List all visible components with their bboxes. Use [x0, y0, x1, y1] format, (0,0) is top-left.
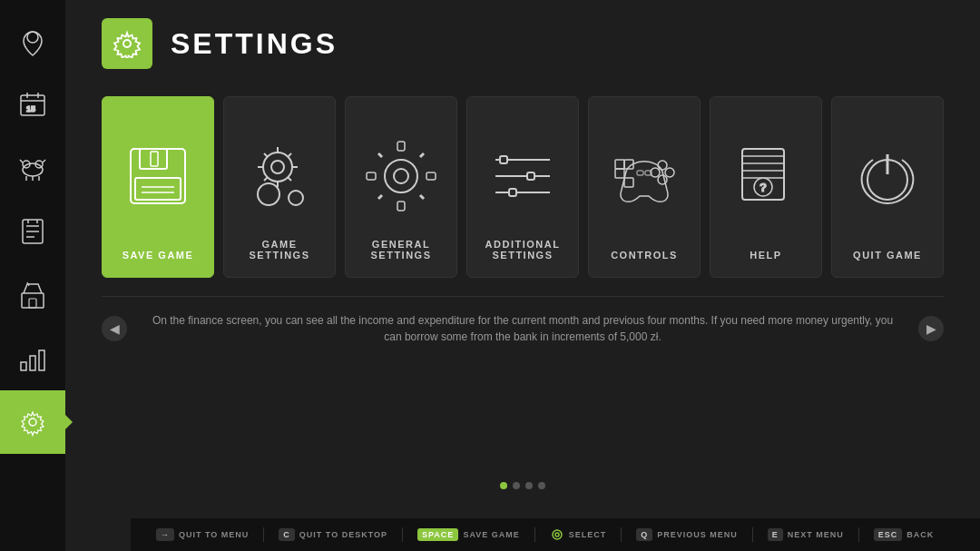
info-dots — [500, 482, 545, 489]
quit-game-label: QUIT GAME — [832, 250, 943, 261]
svg-point-6 — [23, 163, 43, 176]
select-label: SELECT — [569, 530, 607, 539]
svg-rect-23 — [30, 356, 35, 370]
svg-line-13 — [43, 160, 45, 162]
space-badge: SPACE — [417, 528, 458, 541]
svg-point-26 — [123, 40, 131, 47]
q-badge: Q — [636, 528, 652, 541]
sliders-icon — [486, 140, 559, 212]
sep-3 — [534, 527, 535, 542]
next-info-arrow[interactable]: ▶ — [918, 316, 944, 341]
next-menu-label: NEXT MENU — [788, 530, 844, 539]
sidebar-item-settings[interactable] — [0, 390, 65, 454]
svg-rect-29 — [135, 178, 181, 200]
cow-icon — [16, 152, 49, 184]
floppy-icon — [122, 140, 194, 212]
additional-settings-card[interactable]: ADDITIONALSETTINGS — [466, 96, 579, 278]
tasks-icon — [16, 215, 49, 248]
save-game-card[interactable]: SAVE GAME — [102, 96, 214, 278]
svg-rect-70 — [624, 178, 633, 187]
dot-4 — [538, 482, 545, 489]
svg-line-43 — [264, 177, 268, 181]
svg-rect-62 — [527, 172, 534, 180]
svg-line-44 — [288, 177, 291, 181]
save-game-label: SAVE GAME — [103, 250, 213, 261]
svg-point-25 — [29, 418, 36, 426]
next-menu-key: E NEXT MENU — [760, 528, 851, 541]
help-card[interactable]: ? HELP — [710, 96, 822, 278]
sidebar-item-shop[interactable] — [0, 263, 65, 327]
svg-line-51 — [378, 153, 382, 157]
svg-point-72 — [658, 161, 667, 170]
e-badge: E — [768, 528, 783, 541]
svg-text:?: ? — [760, 181, 767, 194]
map-icon — [16, 25, 49, 57]
sep-1 — [263, 527, 264, 542]
svg-point-88 — [555, 533, 559, 536]
game-settings-label: GAME SETTINGS — [224, 239, 335, 261]
svg-point-74 — [665, 168, 674, 177]
esc-badge: ESC — [874, 528, 903, 541]
sep-6 — [858, 527, 859, 542]
svg-point-45 — [385, 160, 417, 192]
sidebar-item-tasks[interactable] — [0, 200, 65, 263]
svg-rect-58 — [426, 172, 436, 180]
help-book-icon: ? — [730, 140, 802, 212]
sidebar-item-map[interactable] — [0, 9, 65, 73]
sep-2 — [402, 527, 403, 542]
c-badge: C — [279, 528, 295, 541]
sidebar-item-animals[interactable] — [0, 136, 65, 200]
back-key: ESC BACK — [867, 528, 942, 541]
svg-line-12 — [20, 160, 23, 162]
gamepad-small-icon — [550, 527, 564, 542]
calendar-icon: 15 — [16, 88, 49, 121]
game-settings-card[interactable]: GAME SETTINGS — [223, 96, 336, 278]
prev-menu-label: PREVIOUS MENU — [657, 530, 738, 539]
quit-desktop-label: QUIT TO DESKTOP — [299, 530, 387, 539]
svg-point-0 — [27, 32, 38, 43]
svg-point-46 — [394, 169, 408, 183]
settings-sidebar-icon — [16, 406, 49, 438]
page-title: SETTINGS — [171, 27, 338, 61]
save-game-key-label: SAVE GAME — [463, 530, 519, 539]
svg-text:15: 15 — [26, 104, 35, 113]
quit-menu-key: → QUIT TO MENU — [149, 528, 256, 541]
svg-point-35 — [258, 183, 279, 205]
shop-icon — [16, 279, 49, 311]
prev-info-arrow[interactable]: ◀ — [102, 316, 127, 341]
dot-3 — [525, 482, 533, 489]
additional-settings-label: ADDITIONALSETTINGS — [467, 239, 578, 261]
controls-label: CONTROLS — [589, 250, 700, 261]
help-label: HELP — [710, 250, 821, 261]
svg-rect-24 — [39, 350, 44, 370]
sidebar-item-calendar[interactable]: 15 — [0, 73, 65, 136]
header-icon — [102, 18, 152, 69]
header-settings-icon — [113, 29, 142, 58]
info-bar: ◀ On the finance screen, you can see all… — [65, 297, 980, 360]
arrow-badge: → — [156, 528, 174, 541]
svg-rect-59 — [500, 156, 507, 163]
svg-rect-68 — [615, 169, 624, 178]
sidebar-item-stats[interactable] — [0, 327, 65, 390]
svg-point-36 — [289, 191, 303, 205]
main-content: SETTINGS SAVE GAME — [65, 0, 980, 551]
svg-line-54 — [420, 195, 424, 199]
prev-menu-key: Q PREVIOUS MENU — [629, 528, 745, 541]
controls-card[interactable]: CONTROLS — [588, 96, 701, 278]
svg-line-41 — [264, 153, 268, 157]
svg-rect-71 — [615, 160, 624, 169]
save-game-key: SPACE SAVE GAME — [410, 528, 527, 541]
svg-rect-65 — [509, 189, 516, 196]
general-settings-card[interactable]: GENERAL SETTINGS — [345, 96, 457, 278]
svg-rect-56 — [397, 202, 405, 211]
quit-desktop-key: C QUIT TO DESKTOP — [271, 528, 395, 541]
info-text: On the finance screen, you can see all t… — [145, 312, 900, 345]
quit-game-card[interactable]: QUIT GAME — [831, 96, 944, 278]
gamepad-icon — [608, 140, 681, 212]
menu-grid: SAVE GAME — [65, 96, 980, 278]
sidebar: 15 — [0, 0, 65, 551]
dot-2 — [513, 482, 520, 489]
svg-point-34 — [271, 161, 284, 173]
svg-rect-32 — [151, 152, 158, 166]
power-icon — [851, 140, 924, 212]
